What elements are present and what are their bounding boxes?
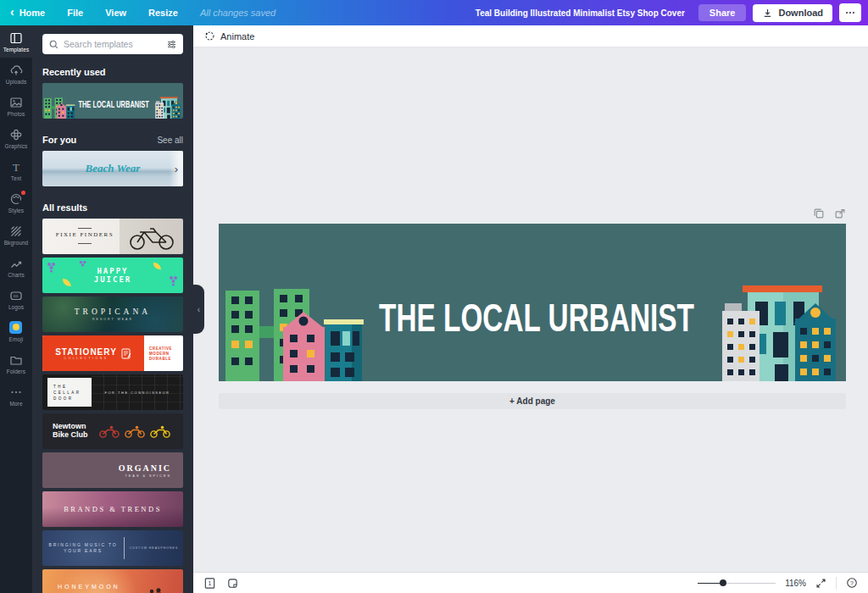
- template-organic-thumb[interactable]: ORGANIC TEAS & SPICES: [42, 452, 183, 488]
- template-title-line: JUICER: [94, 275, 132, 284]
- design-page[interactable]: [219, 224, 846, 381]
- zoom-slider-knob[interactable]: [720, 579, 726, 586]
- templates-panel: Recently used For you See all Beach Wear…: [32, 25, 193, 593]
- file-menu[interactable]: File: [67, 8, 83, 18]
- see-all-link[interactable]: See all: [157, 136, 183, 145]
- templates-icon: [9, 31, 23, 45]
- help-icon[interactable]: ?: [846, 577, 858, 589]
- sidebar-rail: Templates Uploads Photos Graphics T Text…: [0, 25, 32, 593]
- text-icon: T: [9, 160, 23, 174]
- rail-label: Logos: [8, 304, 24, 310]
- template-title: FIXIE FINDERS: [51, 231, 119, 238]
- svg-text:T: T: [13, 160, 19, 173]
- pages-view-icon[interactable]: [226, 577, 239, 590]
- sidebar-item-text[interactable]: T Text: [0, 154, 32, 186]
- rail-label: Photos: [8, 111, 25, 117]
- template-side-text: CREATIVE: [149, 346, 172, 351]
- template-brands-thumb[interactable]: BRANDS & TRENDS: [42, 491, 183, 527]
- svg-text:?: ?: [850, 580, 854, 586]
- notepad-icon: [121, 347, 131, 359]
- animate-icon: [204, 30, 215, 42]
- template-juicer-thumb[interactable]: HAPPY JUICER: [42, 258, 183, 293]
- resize-menu[interactable]: Resize: [148, 8, 178, 18]
- collapse-chevron-icon: ‹: [198, 305, 200, 314]
- document-title[interactable]: Teal Building Illustrated Minimalist Ets…: [476, 8, 685, 18]
- zoom-level: 116%: [785, 579, 806, 588]
- add-page-button[interactable]: + Add page: [219, 393, 846, 409]
- download-label: Download: [778, 8, 823, 18]
- animate-button[interactable]: Animate: [204, 30, 254, 42]
- sidebar-item-graphics[interactable]: Graphics: [0, 122, 32, 154]
- search-box[interactable]: [42, 34, 183, 54]
- template-beach-thumb[interactable]: Beach Wear ›: [42, 151, 183, 186]
- photos-icon: [9, 96, 23, 109]
- search-input[interactable]: [64, 39, 162, 49]
- uploads-icon: [9, 64, 23, 77]
- template-subtitle: TEAS & SPICES: [125, 474, 172, 478]
- sidebar-item-more[interactable]: More: [0, 380, 32, 412]
- template-results-list: FIXIE FINDERS HAPPY JUICER TROPICANA RES…: [42, 219, 183, 593]
- carousel-next-icon[interactable]: ›: [170, 151, 183, 186]
- zoom-slider[interactable]: [698, 579, 776, 587]
- sidebar-item-styles[interactable]: Styles: [0, 186, 32, 219]
- template-tagline: FOR THE CONNOISSEUR: [92, 374, 183, 410]
- template-fixie-thumb[interactable]: FIXIE FINDERS: [42, 219, 183, 254]
- couple-silhouette-graphic: [146, 588, 164, 593]
- rail-label: More: [9, 401, 22, 407]
- graphics-icon: [9, 128, 23, 141]
- home-button[interactable]: ‹ Home: [10, 8, 45, 18]
- template-title-line: YOUR EARS: [42, 548, 124, 555]
- rail-label: Graphics: [5, 143, 28, 149]
- sidebar-item-folders[interactable]: Folders: [0, 347, 32, 380]
- template-title-line: CELLAR: [53, 391, 92, 395]
- share-button[interactable]: Share: [698, 4, 747, 21]
- panel-collapse-tab[interactable]: ‹: [193, 285, 204, 334]
- notification-dot: [21, 191, 25, 195]
- template-title: Beach Wear: [86, 162, 141, 175]
- grapes-graphic: [78, 259, 88, 269]
- download-button[interactable]: Download: [753, 4, 832, 22]
- sidebar-item-charts[interactable]: Charts: [0, 251, 32, 283]
- fullscreen-icon[interactable]: [815, 578, 826, 589]
- template-cellar-thumb[interactable]: THE CELLAR DOOR FOR THE CONNOISSEUR: [42, 374, 183, 410]
- bicycle-graphic: [125, 224, 178, 251]
- sidebar-item-uploads[interactable]: Uploads: [0, 58, 32, 90]
- grapes-graphic: [46, 261, 58, 273]
- home-label: Home: [19, 8, 46, 18]
- sidebar-item-emoji[interactable]: Emoji: [0, 315, 32, 347]
- cyclists-graphic: [98, 425, 171, 438]
- filter-icon[interactable]: [166, 39, 177, 50]
- template-bike-thumb[interactable]: Newtown Bike Club: [42, 413, 183, 449]
- sidebar-item-background[interactable]: Bkground: [0, 219, 32, 251]
- add-page-above-icon[interactable]: [834, 208, 846, 219]
- view-menu[interactable]: View: [105, 8, 126, 18]
- sidebar-item-photos[interactable]: Photos: [0, 90, 32, 122]
- template-honeymoon-thumb[interactable]: HONEYMOON: [42, 569, 183, 593]
- svg-text:1: 1: [209, 580, 212, 586]
- back-chevron-icon: ‹: [10, 6, 14, 18]
- template-title: HONEYMOON: [58, 584, 120, 590]
- duplicate-page-icon[interactable]: [813, 208, 825, 219]
- ellipsis-icon: [844, 7, 856, 19]
- template-stationery-thumb[interactable]: STATIONERY COLLECTIONS CREATIVE MODERN D…: [42, 335, 183, 371]
- styles-icon: [9, 192, 23, 206]
- template-title: ORGANIC: [119, 463, 171, 473]
- template-music-thumb[interactable]: BRINGING MUSIC TO YOUR EARS CUSTOM HEADP…: [42, 530, 183, 566]
- sidebar-item-templates[interactable]: Templates: [0, 25, 32, 58]
- banana-graphic: [61, 276, 73, 288]
- grapes-graphic: [168, 274, 180, 286]
- folders-icon: [9, 353, 23, 367]
- context-toolbar: Animate: [193, 25, 868, 47]
- template-title: TROPICANA: [75, 308, 151, 316]
- template-subtitle: COLLECTIONS: [55, 357, 117, 360]
- background-icon: [9, 224, 23, 238]
- rail-label: Styles: [8, 208, 24, 213]
- banana-graphic: [152, 260, 163, 271]
- template-urbanist-thumb[interactable]: [42, 83, 183, 119]
- canvas-workspace: + Add page: [193, 47, 868, 572]
- rail-label: Emoji: [9, 336, 24, 342]
- sidebar-item-logos[interactable]: co. Logos: [0, 283, 32, 315]
- more-options-button[interactable]: [839, 3, 861, 22]
- template-tropicana-thumb[interactable]: TROPICANA RESORT WEAR: [42, 296, 183, 332]
- page-number-icon[interactable]: 1: [203, 577, 216, 590]
